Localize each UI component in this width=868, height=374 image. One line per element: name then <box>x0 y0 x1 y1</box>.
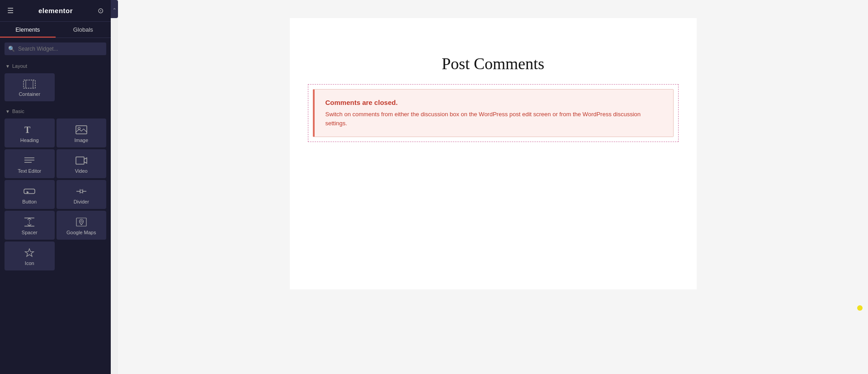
icon-widget-icon <box>24 248 35 258</box>
svg-point-20 <box>80 221 82 223</box>
spacer-icon <box>24 217 35 227</box>
widget-button[interactable]: ▶ Button <box>5 180 55 209</box>
svg-point-13 <box>80 190 83 193</box>
elementor-logo: elementor <box>38 7 73 14</box>
tab-elements[interactable]: Elements <box>0 22 56 38</box>
layout-widgets-grid: Container <box>0 71 111 105</box>
sidebar-tabs: Elements Globals <box>0 22 111 38</box>
svg-rect-4 <box>76 126 87 134</box>
widget-divider[interactable]: Divider <box>57 180 107 209</box>
grid-icon[interactable]: ⊙ <box>96 5 105 17</box>
divider-icon <box>75 186 87 196</box>
post-comments-title: Post Comments <box>308 54 679 73</box>
video-icon <box>75 156 87 166</box>
widget-google-maps[interactable]: Google Maps <box>57 211 107 240</box>
hamburger-icon[interactable]: ☰ <box>5 5 15 17</box>
search-icon: 🔍 <box>8 46 15 52</box>
text-editor-icon <box>24 156 35 166</box>
tab-globals[interactable]: Globals <box>56 22 111 38</box>
layout-section-label[interactable]: ▼ Layout <box>0 60 111 71</box>
widget-video[interactable]: Video <box>57 149 107 178</box>
basic-collapse-arrow: ▼ <box>5 109 10 114</box>
button-label: Button <box>22 199 37 204</box>
widget-heading[interactable]: T Heading <box>5 118 55 147</box>
google-maps-icon <box>75 217 87 227</box>
svg-rect-10 <box>24 189 35 194</box>
svg-rect-0 <box>24 80 35 88</box>
image-label: Image <box>74 137 88 143</box>
search-input[interactable] <box>5 43 106 55</box>
divider-label: Divider <box>74 199 89 204</box>
svg-marker-21 <box>25 249 34 256</box>
sidebar: ☰ elementor ⊙ Elements Globals 🔍 ▼ Layou… <box>0 0 111 374</box>
basic-section-label[interactable]: ▼ Basic <box>0 105 111 117</box>
google-maps-label: Google Maps <box>66 230 96 235</box>
widget-icon[interactable]: Icon <box>5 241 55 270</box>
canvas-content: Post Comments Comments are closed. Switc… <box>290 18 697 289</box>
widget-container[interactable]: Container <box>5 73 55 101</box>
container-icon <box>23 80 36 89</box>
sidebar-collapse-handle[interactable]: ‹ <box>111 0 118 18</box>
video-label: Video <box>75 168 88 174</box>
comments-closed-box: Comments are closed. Switch on comments … <box>313 89 674 137</box>
basic-widgets-grid: T Heading Image <box>0 117 111 274</box>
svg-rect-9 <box>76 157 84 164</box>
button-icon: ▶ <box>23 186 36 196</box>
search-box: 🔍 <box>5 43 106 55</box>
svg-text:T: T <box>24 125 31 135</box>
spacer-label: Spacer <box>22 230 38 235</box>
icon-label: Icon <box>25 260 34 266</box>
comments-closed-title: Comments are closed. <box>326 99 662 106</box>
text-editor-label: Text Editor <box>18 168 41 174</box>
comments-closed-description: Switch on comments from either the discu… <box>326 110 662 128</box>
svg-text:▶: ▶ <box>27 190 29 194</box>
layout-collapse-arrow: ▼ <box>5 64 10 69</box>
container-label: Container <box>19 91 40 97</box>
heading-icon: T <box>24 125 35 135</box>
main-canvas: Post Comments Comments are closed. Switc… <box>118 0 868 374</box>
image-icon <box>75 125 87 135</box>
widget-image[interactable]: Image <box>57 118 107 147</box>
section-outline[interactable]: Comments are closed. Switch on comments … <box>308 84 679 142</box>
sidebar-header: ☰ elementor ⊙ <box>0 0 111 22</box>
heading-label: Heading <box>20 137 39 143</box>
widget-text-editor[interactable]: Text Editor <box>5 149 55 178</box>
widget-spacer[interactable]: Spacer <box>5 211 55 240</box>
